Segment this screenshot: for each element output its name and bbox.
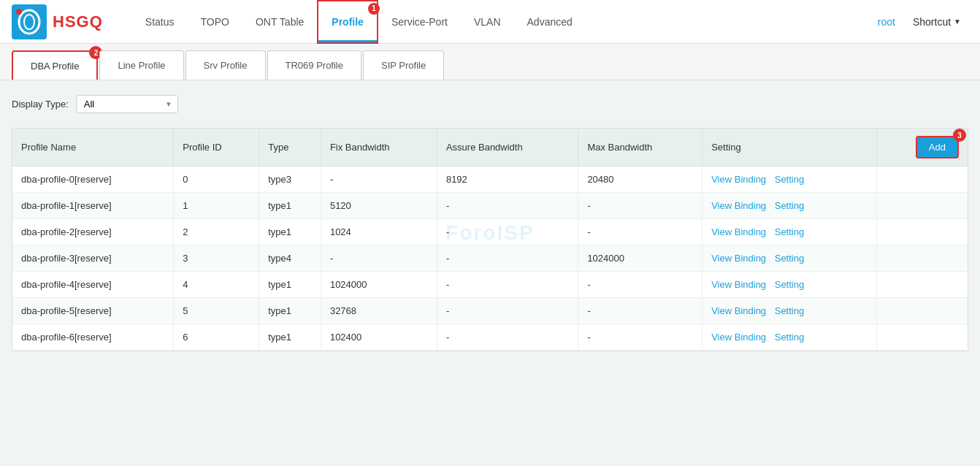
shortcut-menu[interactable]: Shortcut ▼ xyxy=(906,16,968,28)
setting-button[interactable]: Setting xyxy=(775,253,804,264)
table-row: dba-profile-5[reserve] 5 type1 32768 - -… xyxy=(12,298,968,324)
nav-item-advanced[interactable]: Advanced xyxy=(514,0,586,44)
col-max-bandwidth: Max Bandwidth xyxy=(578,129,703,167)
cell-fix-bw: 32768 xyxy=(321,298,437,324)
nav-right: root Shortcut ▼ xyxy=(870,16,968,28)
logo-icon xyxy=(12,4,47,39)
table-row: dba-profile-1[reserve] 1 type1 5120 - - … xyxy=(12,193,968,219)
setting-button[interactable]: Setting xyxy=(775,279,804,290)
col-type: Type xyxy=(259,129,321,167)
view-binding-button[interactable]: View Binding xyxy=(711,253,766,264)
cell-assure-bw: - xyxy=(437,245,578,272)
cell-max-bw: - xyxy=(578,272,703,298)
view-binding-button[interactable]: View Binding xyxy=(711,226,766,237)
cell-assure-bw: - xyxy=(437,219,578,245)
table-row: dba-profile-0[reserve] 0 type3 - 8192 20… xyxy=(12,167,968,193)
cell-type: type3 xyxy=(259,167,321,193)
cell-profile-name: dba-profile-3[reserve] xyxy=(12,245,174,272)
tabs-bar: DBA Profile 2 Line Profile Srv Profile T… xyxy=(0,44,980,80)
tab-dba-profile[interactable]: DBA Profile 2 xyxy=(12,50,98,80)
tab-line-profile[interactable]: Line Profile xyxy=(99,50,183,80)
cell-setting-actions: View Binding Setting xyxy=(703,245,877,272)
cell-profile-id: 0 xyxy=(174,167,259,193)
table-row: dba-profile-3[reserve] 3 type4 - - 10240… xyxy=(12,245,968,272)
view-binding-button[interactable]: View Binding xyxy=(711,279,766,290)
tab-tr069-profile[interactable]: TR069 Profile xyxy=(267,50,361,80)
tab-sip-profile[interactable]: SIP Profile xyxy=(363,50,444,80)
cell-max-bw: - xyxy=(578,219,703,245)
nav-item-vlan[interactable]: VLAN xyxy=(461,0,514,44)
cell-profile-id: 4 xyxy=(174,272,259,298)
header: HSGQ Status TOPO ONT Table Profile 1 Ser… xyxy=(0,0,980,44)
nav-item-ont-table[interactable]: ONT Table xyxy=(242,0,317,44)
col-fix-bandwidth: Fix Bandwidth xyxy=(321,129,437,167)
display-type-select-wrapper: All type1 type2 type3 type4 ▼ xyxy=(76,95,178,113)
cell-empty xyxy=(876,324,968,351)
cell-fix-bw: - xyxy=(321,167,437,193)
setting-button[interactable]: Setting xyxy=(775,200,804,211)
cell-assure-bw: 8192 xyxy=(437,167,578,193)
cell-fix-bw: 102400 xyxy=(321,324,437,351)
tab-srv-profile[interactable]: Srv Profile xyxy=(185,50,266,80)
cell-profile-id: 3 xyxy=(174,245,259,272)
cell-assure-bw: - xyxy=(437,298,578,324)
cell-fix-bw: 5120 xyxy=(321,193,437,219)
add-button[interactable]: Add xyxy=(916,136,959,158)
nav-item-service-port[interactable]: Service-Port xyxy=(378,0,461,44)
content-area: Display Type: All type1 type2 type3 type… xyxy=(0,80,980,366)
view-binding-button[interactable]: View Binding xyxy=(711,305,766,316)
logo-area: HSGQ xyxy=(12,4,103,39)
cell-profile-id: 2 xyxy=(174,219,259,245)
user-label: root xyxy=(870,16,903,28)
cell-setting-actions: View Binding Setting xyxy=(703,298,877,324)
cell-setting-actions: View Binding Setting xyxy=(703,167,877,193)
cell-assure-bw: - xyxy=(437,193,578,219)
cell-type: type1 xyxy=(259,219,321,245)
cell-profile-id: 5 xyxy=(174,298,259,324)
cell-fix-bw: 1024000 xyxy=(321,272,437,298)
nav-item-status[interactable]: Status xyxy=(132,0,188,44)
cell-fix-bw: 1024 xyxy=(321,219,437,245)
cell-max-bw: 1024000 xyxy=(578,245,703,272)
table-row: dba-profile-6[reserve] 6 type1 102400 - … xyxy=(12,324,968,351)
cell-max-bw: - xyxy=(578,193,703,219)
cell-type: type1 xyxy=(259,272,321,298)
cell-empty xyxy=(876,298,968,324)
cell-empty xyxy=(876,245,968,272)
view-binding-button[interactable]: View Binding xyxy=(711,332,766,343)
cell-profile-name: dba-profile-5[reserve] xyxy=(12,298,174,324)
cell-max-bw: - xyxy=(578,324,703,351)
cell-assure-bw: - xyxy=(437,272,578,298)
cell-profile-name: dba-profile-2[reserve] xyxy=(12,219,174,245)
display-type-select[interactable]: All type1 type2 type3 type4 xyxy=(76,95,178,113)
cell-type: type1 xyxy=(259,324,321,351)
nav-item-topo[interactable]: TOPO xyxy=(188,0,242,44)
cell-profile-name: dba-profile-1[reserve] xyxy=(12,193,174,219)
cell-empty xyxy=(876,272,968,298)
svg-point-3 xyxy=(16,9,22,15)
cell-profile-name: dba-profile-6[reserve] xyxy=(12,324,174,351)
logo-text: HSGQ xyxy=(53,12,103,31)
cell-setting-actions: View Binding Setting xyxy=(703,272,877,298)
view-binding-button[interactable]: View Binding xyxy=(711,174,766,185)
add-badge: 3 xyxy=(953,129,966,142)
cell-type: type1 xyxy=(259,193,321,219)
col-assure-bandwidth: Assure Bandwidth xyxy=(437,129,578,167)
cell-empty xyxy=(876,219,968,245)
nav-item-profile[interactable]: Profile 1 xyxy=(317,0,378,44)
table-header-row: Profile Name Profile ID Type Fix Bandwid… xyxy=(12,129,968,167)
cell-max-bw: - xyxy=(578,298,703,324)
setting-button[interactable]: Setting xyxy=(775,174,804,185)
view-binding-button[interactable]: View Binding xyxy=(711,200,766,211)
setting-button[interactable]: Setting xyxy=(775,332,804,343)
setting-button[interactable]: Setting xyxy=(775,226,804,237)
display-type-label: Display Type: xyxy=(12,99,69,110)
cell-type: type4 xyxy=(259,245,321,272)
dba-profile-table: Profile Name Profile ID Type Fix Bandwid… xyxy=(12,128,968,351)
setting-button[interactable]: Setting xyxy=(775,305,804,316)
cell-setting-actions: View Binding Setting xyxy=(703,193,877,219)
cell-profile-name: dba-profile-0[reserve] xyxy=(12,167,174,193)
cell-type: type1 xyxy=(259,298,321,324)
cell-empty xyxy=(876,167,968,193)
cell-profile-id: 1 xyxy=(174,193,259,219)
